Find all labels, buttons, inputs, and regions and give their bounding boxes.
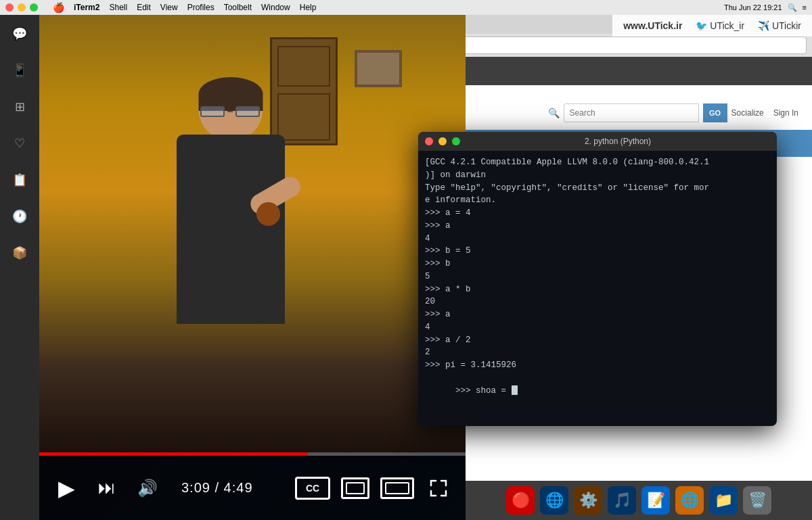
terminal-window: 2. python (Python) [GCC 4.2.1 Compatible… xyxy=(418,132,777,426)
terminal-line-16: 2 xyxy=(425,346,770,359)
terminal-line-4: e information. xyxy=(425,194,770,207)
search-icon[interactable]: 🔍 xyxy=(788,3,797,12)
pip-button[interactable] xyxy=(341,477,369,499)
terminal-line-2: )] on darwin xyxy=(425,169,770,182)
terminal-minimize-btn[interactable] xyxy=(438,137,447,145)
menubar-right: Thu Jun 22 19:21 🔍 ≡ xyxy=(724,3,807,12)
next-track-button[interactable]: ⏭ xyxy=(93,475,120,502)
python-header-links: Socialize Sign In xyxy=(731,108,798,118)
python-search-button[interactable]: GO xyxy=(703,103,727,122)
dock-icon-6[interactable]: 📁 xyxy=(709,486,738,515)
siri-icon[interactable]: ≡ xyxy=(803,3,807,11)
menu-shell[interactable]: Shell xyxy=(109,3,127,12)
app-name[interactable]: iTerm2 xyxy=(74,3,99,12)
dock-icon-5[interactable]: 🌐 xyxy=(675,486,704,515)
terminal-line-13: >>> a xyxy=(425,308,770,321)
menubar: 🍎 iTerm2 Shell Edit View Profiles Toolbe… xyxy=(0,0,812,15)
controls-row: ▶ ⏭ 🔊 3:09 / 4:49 CC xyxy=(53,475,452,502)
person-glasses xyxy=(200,105,261,118)
watermark: www.UTick.ir 🐦 UTick_ir ✈️ UTickir xyxy=(612,15,812,37)
video-frame: ▶ ⏭ 🔊 3:09 / 4:49 CC xyxy=(39,15,466,520)
dock-icon-2[interactable]: ⚙️ xyxy=(574,486,602,515)
terminal-line-14: 4 xyxy=(425,321,770,334)
sidebar-icon-apps[interactable]: ⊞ xyxy=(7,95,32,119)
terminal-line-8: >>> b = 5 xyxy=(425,245,770,258)
video-thumbnail xyxy=(39,15,466,456)
terminal-body[interactable]: [GCC 4.2.1 Compatible Apple LLVM 8.0.0 (… xyxy=(418,151,777,426)
video-controls: ▶ ⏭ 🔊 3:09 / 4:49 CC xyxy=(39,456,466,520)
volume-icon: 🔊 xyxy=(137,479,158,498)
pip-inner-icon xyxy=(346,482,365,494)
theater-mode-button[interactable] xyxy=(380,477,414,499)
next-icon: ⏭ xyxy=(98,477,116,498)
terminal-line-1: [GCC 4.2.1 Compatible Apple LLVM 8.0.0 (… xyxy=(425,156,770,169)
minimize-btn[interactable] xyxy=(18,3,26,11)
menu-profiles[interactable]: Profiles xyxy=(187,3,215,12)
sidebar-icon-favorites[interactable]: ♡ xyxy=(7,131,32,156)
terminal-line-17: >>> pi = 3.1415926 xyxy=(425,359,770,372)
python-search-input[interactable] xyxy=(564,103,699,122)
sign-in-link[interactable]: Sign In xyxy=(773,108,798,118)
python-search-area: 🔍 GO Socialize Sign In xyxy=(548,103,798,122)
terminal-titlebar: 2. python (Python) xyxy=(418,132,777,151)
watermark-twitter: 🐦 UTick_ir xyxy=(696,20,744,31)
maximize-btn[interactable] xyxy=(30,3,38,11)
dock-icon-0[interactable]: 🔴 xyxy=(506,486,535,515)
dock-icon-4[interactable]: 📝 xyxy=(641,486,670,515)
menubar-datetime: Thu Jun 22 19:21 xyxy=(724,3,782,11)
sidebar-icon-whatsapp[interactable]: 📱 xyxy=(7,58,32,82)
dock-icon-1[interactable]: 🌐 xyxy=(540,486,568,515)
dock-icon-3[interactable]: 🎵 xyxy=(608,486,636,515)
terminal-line-18: >>> shoa = xyxy=(425,372,770,410)
window-controls xyxy=(5,3,38,11)
menu-edit[interactable]: Edit xyxy=(137,3,151,12)
terminal-line-3: Type "help", "copyright", "credits" or "… xyxy=(425,182,770,195)
socialize-link[interactable]: Socialize xyxy=(731,108,764,118)
dock-icon-7[interactable]: 🗑️ xyxy=(743,486,771,515)
menubar-left: 🍎 iTerm2 Shell Edit View Profiles Toolbe… xyxy=(5,2,316,13)
twitter-icon: 🐦 xyxy=(696,20,707,31)
menubar-items: Shell Edit View Profiles Toolbelt Window… xyxy=(109,3,316,12)
terminal-line-9: >>> b xyxy=(425,258,770,270)
sidebar-icon-package[interactable]: 📦 xyxy=(7,241,32,265)
person-body xyxy=(177,135,285,324)
dock: 🔴 🌐 ⚙️ 🎵 📝 🌐 📁 🗑️ xyxy=(466,481,812,520)
terminal-title: 2. python (Python) xyxy=(466,137,770,146)
terminal-close-btn[interactable] xyxy=(425,137,433,145)
apple-menu[interactable]: 🍎 xyxy=(53,2,64,13)
telegram-icon: ✈️ xyxy=(758,20,769,31)
video-player-area: ▶ ⏭ 🔊 3:09 / 4:49 CC xyxy=(39,15,466,520)
terminal-line-6: >>> a xyxy=(425,220,770,233)
sidebar-icon-clock[interactable]: 🕐 xyxy=(7,204,32,229)
terminal-line-12: 20 xyxy=(425,296,770,308)
sidebar-icon-notes[interactable]: 📋 xyxy=(7,168,32,192)
menu-window[interactable]: Window xyxy=(261,3,290,12)
theater-inner-icon xyxy=(385,482,409,494)
cc-button[interactable]: CC xyxy=(295,477,330,500)
cursor-block xyxy=(512,385,518,395)
terminal-line-10: 5 xyxy=(425,270,770,283)
fullscreen-icon xyxy=(429,479,448,498)
video-background xyxy=(39,15,466,456)
terminal-maximize-btn[interactable] xyxy=(452,137,460,145)
controls-right: CC xyxy=(295,475,452,502)
terminal-line-5: >>> a = 4 xyxy=(425,207,770,220)
search-magnifier-icon: 🔍 xyxy=(548,108,560,118)
watermark-website: www.UTick.ir xyxy=(623,20,682,31)
menu-help[interactable]: Help xyxy=(300,3,317,12)
video-person xyxy=(122,77,339,456)
terminal-line-15: >>> a / 2 xyxy=(425,334,770,347)
watermark-telegram: ✈️ UTickir xyxy=(758,20,801,31)
menu-toolbelt[interactable]: Toolbelt xyxy=(224,3,252,12)
close-btn[interactable] xyxy=(5,3,14,11)
menu-view[interactable]: View xyxy=(160,3,178,12)
video-picture-frame xyxy=(355,50,402,87)
fullscreen-button[interactable] xyxy=(425,475,452,502)
video-time-display: 3:09 / 4:49 xyxy=(181,480,253,496)
left-sidebar: 💬 📱 ⊞ ♡ 📋 🕐 📦 xyxy=(0,15,39,520)
play-pause-button[interactable]: ▶ xyxy=(53,475,80,502)
volume-button[interactable]: 🔊 xyxy=(134,475,161,502)
sidebar-icon-messages[interactable]: 💬 xyxy=(7,22,32,46)
terminal-line-11: >>> a * b xyxy=(425,283,770,296)
terminal-line-7: 4 xyxy=(425,233,770,245)
